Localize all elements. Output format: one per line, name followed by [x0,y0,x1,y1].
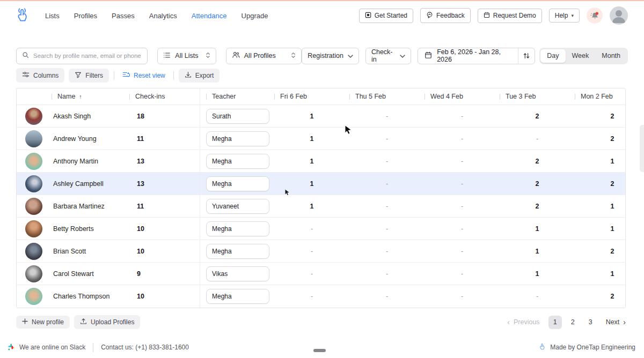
chevron-right-icon: › [623,318,626,326]
teacher-input[interactable] [206,221,269,236]
table-toolbar: Columns Filters Reset view Export [16,68,219,83]
table-row[interactable]: Betty Roberts 10 - - - 1 1 [17,218,626,240]
day-column-header[interactable]: Mon 2 Feb [575,88,626,105]
table-row[interactable]: Anthony Martin 13 1 - - 2 1 [17,150,626,173]
view-month-tab[interactable]: Month [595,49,627,63]
chevron-down-icon: ▾ [571,13,574,18]
nav-passes[interactable]: Passes [112,12,135,20]
table-row[interactable]: Brian Scott 10 - - - 1 2 [17,240,626,263]
teacher-input[interactable] [206,244,269,259]
day-column-header[interactable]: Tue 3 Feb [500,88,575,105]
table-row[interactable]: Andrew Young 11 1 - - - 2 [17,128,626,150]
checkins-count: 9 [129,270,141,278]
profile-avatar [25,220,42,237]
day-value: 2 [575,128,626,150]
upload-profiles-button[interactable]: Upload Profiles [74,315,140,329]
nav-attendance[interactable]: Attendance [192,12,227,20]
table-row[interactable]: Akash Singh 18 1 - - 2 2 [17,105,626,128]
teacher-input[interactable] [206,154,269,169]
day-value: - [425,195,500,217]
table-row[interactable]: Barbara Martinez 11 1 - - 2 1 [17,195,626,218]
pagination-next[interactable]: Next› [606,318,626,326]
user-avatar[interactable] [610,6,628,25]
day-value: 1 [575,263,626,285]
help-dropdown[interactable]: Help ▾ [549,9,580,23]
columns-button[interactable]: Columns [16,68,64,83]
feedback-button[interactable]: Feedback [420,8,471,23]
checkins-count: 10 [129,248,144,255]
pagination-page-3[interactable]: 3 [584,316,597,329]
profile-name: Ashley Campbell [52,180,104,188]
vertical-scrollbar-thumb[interactable] [640,125,644,172]
name-column-header[interactable]: Name↑ [52,88,129,105]
filters-button[interactable]: Filters [69,69,109,83]
nav-analytics[interactable]: Analytics [149,12,177,20]
pagination-previous[interactable]: ‹Previous [507,318,539,326]
columns-sliders-icon [22,71,30,80]
get-started-button[interactable]: Get Started [359,9,413,23]
teacher-input[interactable] [206,289,269,304]
day-value: - [425,285,500,308]
contact-phone[interactable]: Contact us: (+1) 833-381-1600 [101,344,189,351]
day-column-header[interactable]: Fri 6 Feb [274,88,349,105]
teacher-input[interactable] [206,131,269,146]
all-profiles-select[interactable]: All Profiles [226,48,302,64]
day-value: 1 [500,218,575,240]
checkins-column-header[interactable]: Check-ins [129,88,200,105]
reset-view-icon [122,71,130,80]
request-demo-button[interactable]: Request Demo [478,9,542,23]
checkins-count: 11 [129,203,144,210]
day-column-header[interactable]: Wed 4 Feb [425,88,500,105]
profile-avatar [25,243,42,260]
table-row[interactable]: Ashley Campbell 13 1 - - 2 2 [17,173,626,195]
day-value: 1 [575,195,626,217]
view-day-tab[interactable]: Day [540,49,565,63]
new-profile-button[interactable]: New profile [16,316,70,329]
day-value: - [500,128,575,150]
teacher-column-header[interactable]: Teacher [200,88,274,105]
upload-icon [80,318,87,326]
reset-view-button[interactable]: Reset view [119,68,169,83]
nav-profiles[interactable]: Profiles [74,12,97,20]
export-button[interactable]: Export [179,69,220,83]
day-value: 1 [575,150,626,172]
day-value: 1 [500,263,575,285]
profile-name: Charles Thompson [52,293,109,300]
profile-avatar [25,175,42,192]
onetap-logo-icon[interactable] [14,7,31,24]
checkin-dropdown[interactable]: Check-in [365,48,411,64]
day-value: 2 [575,105,626,127]
day-value: - [349,105,425,127]
day-value: - [349,218,425,240]
day-value: 1 [274,150,349,172]
pagination-page-1[interactable]: 1 [548,316,562,329]
day-value: 2 [575,173,626,195]
teacher-input[interactable] [206,176,269,191]
swap-dates-icon[interactable] [518,48,535,64]
notifications-bell-icon[interactable] [587,8,603,24]
teacher-input[interactable] [206,266,269,281]
app-bar: Lists Profiles Passes Analytics Attendan… [0,1,644,30]
horizontal-scrollbar-thumb[interactable] [313,349,326,352]
teacher-input[interactable] [206,109,269,124]
slack-link[interactable]: We are online on Slack [8,343,85,352]
day-column-header[interactable]: Thu 5 Feb [349,88,425,105]
search-input[interactable] [33,53,142,59]
checkins-count: 10 [129,225,144,233]
chevron-left-icon: ‹ [507,318,510,326]
avatar-column-header [17,88,52,105]
nav-lists[interactable]: Lists [45,12,60,20]
profile-avatar [25,108,42,125]
table-row[interactable]: Charles Thompson 10 - - - - 2 [17,285,626,308]
checkins-count: 13 [129,180,144,188]
registration-dropdown[interactable]: Registration [302,48,359,64]
view-week-tab[interactable]: Week [566,49,596,63]
all-lists-select[interactable]: All Lists [157,48,216,64]
pagination-page-2[interactable]: 2 [566,316,580,329]
date-range-picker[interactable]: Feb 6, 2026 - Jan 28, 2026 [418,48,517,63]
profile-name: Andrew Young [52,135,97,143]
table-row[interactable]: Carol Stewart 9 - - - 1 1 [17,263,626,285]
day-value: 2 [575,240,626,262]
teacher-input[interactable] [206,199,269,214]
nav-upgrade[interactable]: Upgrade [241,12,268,20]
